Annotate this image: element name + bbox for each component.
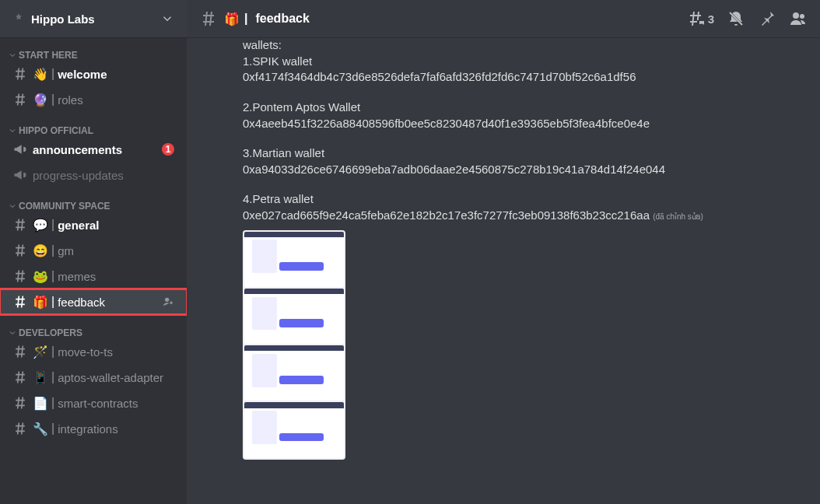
channel-sidebar: Hippo Labs START HERE👋|welcome🔮|rolesHIP…	[0, 0, 187, 504]
hash-icon	[12, 395, 28, 411]
channel-label: aptos-wallet-adapter	[58, 371, 174, 384]
message-line: 0xf4174f3464db4c73d6e8526defa7faf6afd326…	[243, 69, 808, 86]
channel-welcome[interactable]: 👋|welcome	[6, 61, 180, 86]
channel-label: roles	[58, 93, 174, 107]
server-header[interactable]: Hippo Labs	[0, 0, 187, 37]
svg-point-1	[793, 12, 799, 19]
svg-point-0	[165, 298, 169, 302]
megaphone-icon	[12, 167, 28, 183]
channel-aptos-wallet-adapter[interactable]: 📱|aptos-wallet-adapter	[6, 365, 180, 390]
megaphone-icon	[12, 142, 28, 157]
notifications-button[interactable]	[727, 9, 745, 28]
channel-roles[interactable]: 🔮|roles	[6, 87, 180, 112]
main-content: 🎁 | feedback 3 wallets:1.SPIK wallet0xf4…	[187, 0, 820, 504]
channel-header: 🎁 | feedback 3	[187, 0, 820, 37]
channel-emoji: 😄	[33, 243, 48, 258]
channel-label: integrations	[58, 422, 174, 436]
channel-feedback[interactable]: 🎁|feedback	[0, 289, 187, 314]
channel-label: announcements	[33, 143, 162, 156]
hash-icon	[12, 421, 28, 436]
message-line: 3.Martian wallet	[243, 145, 808, 162]
server-boost-icon	[12, 12, 25, 25]
create-invite-icon[interactable]	[162, 296, 174, 308]
channel-label: gm	[58, 244, 174, 257]
category-start-here[interactable]: START HERE	[6, 37, 180, 61]
category-community-space[interactable]: COMMUNITY SPACE	[6, 188, 180, 212]
channel-emoji: 📱	[33, 370, 48, 385]
channel-general[interactable]: 💬|general	[6, 212, 180, 237]
channel-label: general	[58, 219, 174, 232]
channel-emoji: 🔧	[33, 422, 48, 436]
threads-button[interactable]: 3	[686, 9, 714, 28]
channel-progress-updates[interactable]: progress-updates	[6, 163, 180, 187]
channel-title: 🎁 | feedback	[224, 12, 310, 26]
message-line: 2.Pontem Aptos Wallet	[243, 100, 808, 116]
channel-integrations[interactable]: 🔧|integrations	[6, 416, 180, 441]
channel-emoji: 🎁	[33, 295, 48, 310]
channel-smart-contracts[interactable]: 📄|smart-contracts	[6, 390, 180, 415]
channel-emoji: 🎁	[224, 12, 240, 26]
hash-icon	[12, 294, 28, 310]
channel-emoji: 🔮	[33, 93, 48, 107]
message-line: 4.Petra wallet	[243, 191, 808, 208]
unread-badge: 1	[162, 143, 174, 156]
members-icon	[789, 9, 808, 28]
message-line: 0x4aeeb451f3226a88408596fb0ee5c8230487d4…	[243, 116, 808, 132]
channel-emoji: 🪄	[33, 345, 48, 359]
hash-icon	[12, 92, 28, 107]
channel-list: START HERE👋|welcome🔮|rolesHIPPO OFFICIAL…	[0, 37, 187, 504]
channel-memes[interactable]: 🐸|memes	[6, 264, 180, 289]
channel-emoji: 💬	[33, 218, 48, 233]
message-body: wallets:1.SPIK wallet0xf4174f3464db4c73d…	[243, 37, 808, 224]
message-line: 0xa94033d26ce6746699eba7adb06daae2e45608…	[243, 162, 808, 178]
chevron-down-icon	[160, 12, 174, 26]
thread-count: 3	[708, 12, 714, 26]
hash-icon	[12, 369, 28, 385]
threads-icon	[686, 9, 705, 28]
channel-announcements[interactable]: announcements1	[6, 137, 180, 162]
channel-emoji: 📄	[33, 396, 48, 411]
svg-point-2	[800, 14, 804, 19]
bell-muted-icon	[727, 9, 745, 28]
channel-label: progress-updates	[33, 169, 174, 182]
edited-label: (đã chỉnh sửa)	[653, 212, 703, 221]
category-hippo-official[interactable]: HIPPO OFFICIAL	[6, 113, 180, 136]
image-attachment[interactable]	[243, 230, 345, 460]
channel-label: welcome	[58, 68, 174, 81]
channel-name-text: feedback	[255, 12, 309, 26]
channel-gm[interactable]: 😄|gm	[6, 238, 180, 263]
message-line: wallets:	[243, 37, 808, 54]
category-developers[interactable]: DEVELOPERS	[6, 315, 180, 338]
members-button[interactable]	[789, 9, 808, 28]
channel-emoji: 👋	[33, 67, 48, 82]
hash-icon	[12, 66, 28, 82]
channel-label: move-to-ts	[58, 345, 174, 359]
hash-icon	[199, 9, 218, 28]
server-name-text: Hippo Labs	[31, 12, 95, 26]
hash-icon	[12, 268, 28, 284]
channel-move-to-ts[interactable]: 🪄|move-to-ts	[6, 339, 180, 364]
message-line: 1.SPIK wallet	[243, 54, 808, 70]
hash-icon	[12, 344, 28, 359]
message-area: wallets:1.SPIK wallet0xf4174f3464db4c73d…	[187, 37, 820, 504]
pinned-button[interactable]	[758, 9, 776, 28]
hash-icon	[12, 243, 28, 258]
channel-label: smart-contracts	[58, 397, 174, 410]
pin-icon	[758, 9, 776, 28]
hash-icon	[12, 217, 28, 233]
message-line: 0xe027cad665f9e24ca5feba62e182b2c17e3fc7…	[243, 208, 808, 224]
channel-label: feedback	[58, 296, 162, 309]
channel-label: memes	[58, 270, 174, 283]
channel-emoji: 🐸	[33, 269, 48, 284]
